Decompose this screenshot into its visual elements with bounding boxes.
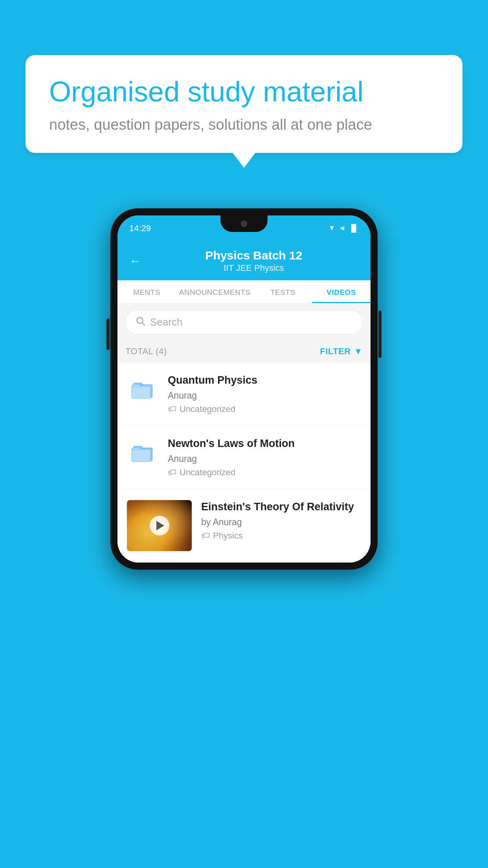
folder-icon [130,377,156,402]
speech-bubble: Organised study material notes, question… [26,55,462,153]
tag-label: Uncategorized [180,404,235,414]
total-count: TOTAL (4) [125,346,167,357]
video-info: Quantum Physics Anurag 🏷 Uncategorized [168,373,361,414]
filter-button[interactable]: FILTER ▼ [320,346,363,357]
status-time: 14:29 [129,223,151,234]
tag-icon: 🏷 [168,467,176,478]
video-title: Quantum Physics [168,373,361,387]
video-title: Einstein's Theory Of Relativity [201,500,361,514]
search-icon [135,316,145,329]
back-button[interactable]: ← [129,254,141,268]
play-icon [156,521,164,530]
folder-icon [130,440,156,465]
video-info: Einstein's Theory Of Relativity by Anura… [201,500,361,541]
list-item[interactable]: Einstein's Theory Of Relativity by Anura… [117,489,371,563]
header-title-group: Physics Batch 12 IIT JEE Physics [149,249,359,273]
speech-bubble-container: Organised study material notes, question… [26,55,462,153]
video-tag: 🏷 Uncategorized [168,404,361,414]
search-box[interactable]: Search [125,310,363,335]
status-icons: ▼ ◄ ▐▌ [328,224,359,232]
svg-rect-3 [132,386,150,398]
tag-label: Physics [213,531,243,541]
search-placeholder: Search [150,316,182,328]
tab-tests[interactable]: TESTS [253,280,312,303]
tag-icon: 🏷 [201,531,210,541]
batch-tags: IIT JEE Physics [149,263,359,273]
filter-bar: TOTAL (4) FILTER ▼ [117,341,371,362]
bubble-title: Organised study material [49,75,439,108]
video-info: Newton's Laws of Motion Anurag 🏷 Uncateg… [168,437,361,478]
filter-label: FILTER [320,346,350,357]
video-thumbnail [127,500,192,551]
tabs-bar: MENTS ANNOUNCEMENTS TESTS VIDEOS [117,280,371,303]
video-tag: 🏷 Uncategorized [168,467,361,478]
batch-title: Physics Batch 12 [149,249,359,262]
tag-label: Uncategorized [180,467,235,478]
video-author: Anurag [168,390,361,401]
camera-dot [241,221,247,227]
bubble-subtitle: notes, question papers, solutions all at… [49,116,439,133]
svg-line-1 [142,323,145,325]
notch [220,215,268,232]
list-item[interactable]: Quantum Physics Anurag 🏷 Uncategorized [117,362,371,426]
app-header: ← Physics Batch 12 IIT JEE Physics [117,241,371,280]
video-author: Anurag [168,454,361,464]
status-bar: 14:29 ▼ ◄ ▐▌ [117,215,371,241]
svg-rect-5 [132,450,150,462]
play-button[interactable] [150,516,169,535]
video-tag: 🏷 Physics [201,531,361,541]
video-title: Newton's Laws of Motion [168,437,361,451]
tab-announcements[interactable]: ANNOUNCEMENTS [176,280,254,303]
signal-icon: ◄ [339,224,346,232]
tag-icon: 🏷 [168,404,176,414]
folder-icon-container [127,437,158,468]
video-author: by Anurag [201,517,361,528]
filter-icon: ▼ [354,346,363,357]
phone-wrapper: 14:29 ▼ ◄ ▐▌ ← Physics Batch 12 IIT JEE … [110,208,378,570]
wifi-icon: ▼ [328,224,336,232]
search-container: Search [117,303,371,341]
video-list: Quantum Physics Anurag 🏷 Uncategorized [117,362,371,563]
folder-icon-container [127,373,158,405]
battery-icon: ▐▌ [349,224,359,232]
tab-videos[interactable]: VIDEOS [312,280,371,303]
phone-outer: 14:29 ▼ ◄ ▐▌ ← Physics Batch 12 IIT JEE … [110,208,378,570]
phone-screen: 14:29 ▼ ◄ ▐▌ ← Physics Batch 12 IIT JEE … [117,215,371,563]
list-item[interactable]: Newton's Laws of Motion Anurag 🏷 Uncateg… [117,426,371,489]
tab-ments[interactable]: MENTS [117,280,176,303]
